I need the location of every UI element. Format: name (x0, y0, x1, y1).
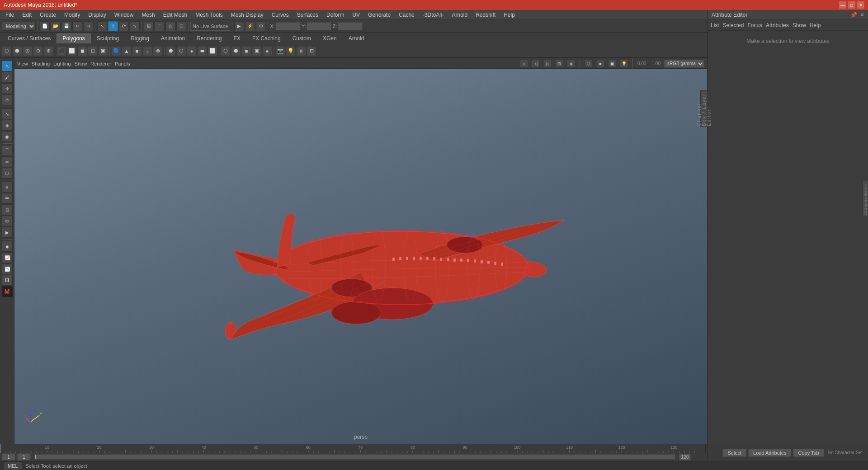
tab-custom[interactable]: Custom (287, 33, 317, 43)
grow-sel-icon[interactable]: ⊕ (43, 46, 53, 56)
menu-help[interactable]: Help (500, 11, 519, 19)
ae-tab-show[interactable]: Show (793, 22, 806, 28)
menu-generate[interactable]: Generate (364, 11, 394, 19)
render-button[interactable]: ▶ (234, 21, 244, 31)
render-view-icon[interactable]: ▶ (2, 227, 13, 238)
create-plane-icon[interactable]: ⬜ (208, 46, 217, 56)
menu-deform[interactable]: Deform (323, 11, 348, 19)
snap-grid-button[interactable]: ⊞ (144, 21, 154, 31)
snap-surface-button[interactable]: ⬡ (176, 21, 186, 31)
sculpt-tool[interactable]: ⬡ (2, 168, 13, 179)
display-layer-icon[interactable]: ≡ (2, 182, 13, 193)
mel-button[interactable]: MEL (4, 462, 22, 470)
panels-menu[interactable]: Panels (115, 61, 130, 66)
display-shaded-icon[interactable]: ■ (241, 46, 251, 56)
boolean-icon[interactable]: ⊗ (153, 46, 163, 56)
shading-menu[interactable]: Shading (32, 61, 50, 66)
menu-redshift[interactable]: Redshift (472, 11, 499, 19)
maximize-button[interactable]: □ (848, 1, 855, 9)
select-tool-left[interactable]: ↖ (2, 61, 13, 71)
select-loop-icon[interactable]: ⊙ (33, 46, 43, 56)
scale-tool-button[interactable]: ⤡ (130, 21, 140, 31)
menu-surfaces[interactable]: Surfaces (293, 11, 322, 19)
quadrangulate-icon[interactable]: ■ (132, 46, 142, 56)
display-wireframe-icon[interactable]: ⬢ (231, 46, 241, 56)
next-view-icon[interactable]: ▷ (543, 60, 552, 68)
textured-view-icon[interactable]: ▣ (608, 60, 616, 68)
minimize-button[interactable]: — (839, 1, 846, 9)
ae-tab-attributes[interactable]: Attributes (766, 22, 789, 28)
connect-icon[interactable]: ▣ (98, 46, 108, 56)
light-view-icon[interactable]: 💡 (620, 60, 628, 68)
hypershade-icon[interactable]: ◆ (2, 241, 13, 252)
redo-button[interactable]: ↪ (83, 21, 93, 31)
menu-window[interactable]: Window (111, 11, 137, 19)
menu-mesh-tools[interactable]: Mesh Tools (192, 11, 226, 19)
graph-editor-icon[interactable]: 📉 (2, 263, 13, 274)
ae-tab-focus[interactable]: Focus (747, 22, 762, 28)
select-mesh-icon[interactable]: ⬢ (12, 46, 22, 56)
home-view-icon[interactable]: ⌂ (520, 60, 528, 68)
prev-view-icon[interactable]: ◁ (532, 60, 540, 68)
menu-mesh[interactable]: Mesh (138, 11, 158, 19)
create-cylinder-icon[interactable]: ⬬ (197, 46, 207, 56)
window-controls[interactable]: — □ ✕ (839, 1, 864, 9)
tab-polygons[interactable]: Polygons (57, 33, 90, 43)
z-coord-input[interactable] (338, 22, 363, 30)
mode-select[interactable]: Modeling (2, 22, 36, 31)
soft-mod-tool[interactable]: ◈ (2, 120, 13, 131)
channel-box-tab[interactable]: Channel Box / Layer Editor (700, 90, 708, 127)
wireframe-view-icon[interactable]: ⬡ (585, 60, 593, 68)
current-time-input[interactable] (17, 453, 31, 461)
light-icon[interactable]: 💡 (286, 46, 296, 56)
y-coord-input[interactable] (307, 22, 331, 30)
renderer-menu[interactable]: Renderer (90, 61, 111, 66)
move-tool-button[interactable]: ✛ (108, 21, 118, 31)
menu-display[interactable]: Display (85, 11, 109, 19)
select-tool-button[interactable]: ↖ (97, 21, 107, 31)
tab-rendering[interactable]: Rendering (191, 33, 227, 43)
rotate-tool-button[interactable]: ⟳ (119, 21, 129, 31)
channel-box-icon[interactable]: ☰ (2, 193, 13, 204)
show-menu[interactable]: Show (75, 61, 87, 66)
fit-all-icon[interactable]: ⊞ (555, 60, 563, 68)
show-hide-manip[interactable]: ◉ (2, 131, 13, 142)
save-scene-button[interactable]: 💾 (61, 21, 71, 31)
x-coord-input[interactable] (276, 22, 301, 30)
universal-manip[interactable]: ⤡ (2, 108, 13, 119)
tab-animation[interactable]: Animation (155, 33, 191, 43)
open-scene-button[interactable]: 📂 (51, 21, 61, 31)
gamma-select[interactable]: sRGB gamma (664, 60, 704, 68)
grid-toggle-icon[interactable]: # (296, 46, 306, 56)
menu-uv[interactable]: UV (349, 11, 363, 19)
tab-xgen[interactable]: XGen (317, 33, 343, 43)
menu-edit-mesh[interactable]: Edit Mesh (160, 11, 191, 19)
paint-select-tool[interactable]: 🖌 (2, 72, 13, 83)
select-ring-icon[interactable]: ◎ (23, 46, 33, 56)
menu-curves[interactable]: Curves (268, 11, 292, 19)
bevel-icon[interactable]: ◼ (77, 46, 87, 56)
menu-3dtool[interactable]: -3DtoAll- (419, 11, 448, 19)
close-button[interactable]: ✕ (857, 1, 864, 9)
menu-arnold[interactable]: Arnold (448, 11, 471, 19)
wireframe-on-shade-icon[interactable]: ⊡ (307, 46, 316, 56)
render-settings-button[interactable]: ⚙ (256, 21, 266, 31)
time-slider[interactable] (34, 454, 675, 460)
start-frame-input[interactable] (2, 453, 15, 461)
ae-tab-selected[interactable]: Selected (723, 22, 744, 28)
load-attributes-button[interactable]: Load Attributes (748, 449, 791, 457)
attr-pin-icon[interactable]: 📌 (850, 12, 857, 18)
ae-tab-help[interactable]: Help (810, 22, 821, 28)
view-menu[interactable]: View (17, 61, 28, 66)
display-smooth-icon[interactable]: ● (262, 46, 272, 56)
ipr-button[interactable]: ⚡ (245, 21, 255, 31)
tab-fx[interactable]: FX (228, 33, 246, 43)
create-cube-icon[interactable]: ⬡ (176, 46, 186, 56)
create-sphere-icon[interactable]: ● (187, 46, 197, 56)
create-poly-icon[interactable]: ⬟ (166, 46, 176, 56)
fit-sel-icon[interactable]: ◈ (567, 60, 575, 68)
select-by-component-icon[interactable]: ⬡ (2, 46, 12, 56)
attr-close-icon[interactable]: ✕ (860, 12, 864, 18)
tab-rigging[interactable]: Rigging (125, 33, 155, 43)
tab-fx-caching[interactable]: FX Caching (246, 33, 287, 43)
